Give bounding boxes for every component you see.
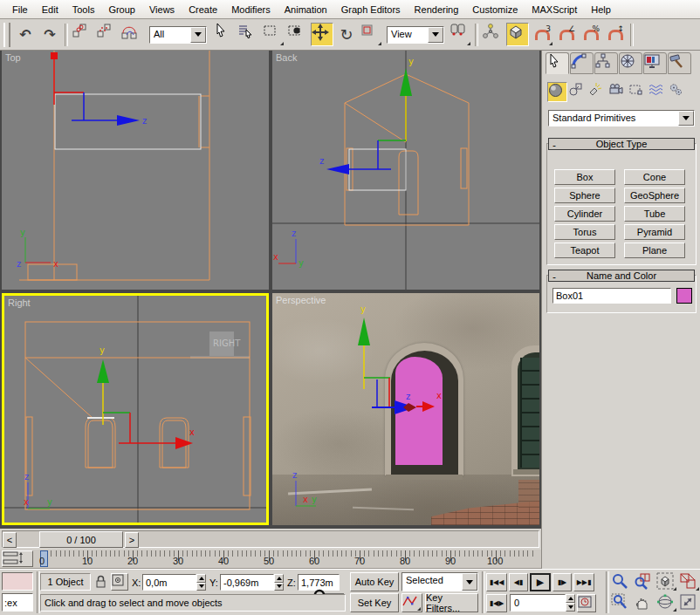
set-key-button[interactable]: Set Key: [350, 593, 399, 612]
key-mode-toggle-icon[interactable]: ▮◀▶: [486, 594, 507, 612]
zoom-all-icon[interactable]: [634, 572, 655, 591]
select-and-link-icon[interactable]: [72, 23, 94, 46]
select-and-rotate-icon[interactable]: ↻: [335, 23, 358, 46]
category-cameras-icon[interactable]: [608, 82, 628, 102]
primitive-category-arrow[interactable]: [678, 111, 694, 126]
zoom-extents-all-icon[interactable]: [679, 572, 700, 591]
menu-item-create[interactable]: Create: [182, 2, 224, 17]
menu-item-help[interactable]: Help: [584, 2, 618, 17]
object-type-button-pyramid[interactable]: Pyramid: [624, 224, 685, 240]
object-type-button-cylinder[interactable]: Cylinder: [554, 206, 615, 222]
category-helpers-icon[interactable]: [628, 82, 649, 102]
current-frame-field[interactable]: 0: [510, 594, 566, 612]
tab-hierarchy[interactable]: [594, 52, 618, 74]
next-frame-icon[interactable]: ▮▶: [552, 573, 572, 591]
maxscript-listener-pink-line[interactable]: [2, 572, 33, 591]
auto-key-button[interactable]: Auto Key: [350, 572, 399, 591]
category-lights-icon[interactable]: [588, 82, 608, 102]
undo-icon[interactable]: ↶: [14, 23, 37, 46]
tab-utilities[interactable]: [668, 52, 691, 74]
region-zoom-icon[interactable]: [611, 593, 632, 612]
select-by-name-icon[interactable]: [237, 23, 260, 46]
percent-snap-toggle-icon[interactable]: %: [580, 23, 602, 46]
key-filter-mode-arrow[interactable]: [462, 573, 477, 591]
redo-icon[interactable]: ↷: [38, 23, 61, 46]
object-color-swatch[interactable]: [676, 288, 692, 304]
window-crossing-toggle-icon[interactable]: [286, 23, 309, 46]
spinner-snap-toggle-icon[interactable]: ↕: [604, 23, 627, 46]
viewport-back[interactable]: Back y z z x y: [272, 51, 539, 290]
previous-frame-icon[interactable]: ◀▮: [509, 573, 528, 591]
x-coord-field[interactable]: 0,0m: [142, 574, 196, 591]
menu-item-animation[interactable]: Animation: [278, 2, 334, 17]
reference-coordinate-system-dropdown[interactable]: View: [387, 26, 444, 44]
absolute-offset-mode-icon[interactable]: [111, 573, 128, 591]
track-bar[interactable]: 0 10 20 30 40 50 60 70 80 90 100: [0, 550, 541, 569]
object-type-button-plane[interactable]: Plane: [624, 243, 685, 258]
go-to-start-icon[interactable]: ▮◀◀: [486, 573, 507, 591]
tab-create[interactable]: [546, 52, 569, 74]
category-systems-icon[interactable]: [669, 82, 689, 102]
pan-view-icon[interactable]: [634, 593, 655, 612]
menu-item-tools[interactable]: Tools: [65, 2, 102, 17]
object-name-field[interactable]: Box01: [552, 288, 671, 304]
object-type-button-box[interactable]: Box: [554, 169, 615, 185]
menu-item-graph-editors[interactable]: Graph Editors: [334, 2, 408, 17]
menu-item-modifiers[interactable]: Modifiers: [224, 2, 278, 17]
object-type-button-geosphere[interactable]: GeoSphere: [624, 188, 685, 203]
object-type-button-torus[interactable]: Torus: [554, 224, 615, 240]
menu-item-rendering[interactable]: Rendering: [408, 2, 466, 17]
time-slider-prev-button[interactable]: <: [3, 532, 17, 548]
min-max-toggle-icon[interactable]: [679, 593, 700, 612]
default-in-out-tangents-icon[interactable]: [401, 593, 422, 612]
select-and-manipulate-icon[interactable]: [482, 23, 504, 46]
tab-display[interactable]: [643, 52, 667, 74]
select-and-scale-icon[interactable]: [360, 23, 382, 46]
current-frame-spinner[interactable]: [566, 594, 575, 612]
time-slider-handle[interactable]: 0 / 100: [39, 531, 123, 548]
select-and-move-icon[interactable]: [311, 23, 333, 46]
object-type-button-cone[interactable]: Cone: [624, 169, 685, 185]
y-coord-spinner[interactable]: [274, 574, 284, 591]
selection-filter-dropdown[interactable]: All: [149, 26, 207, 44]
menu-item-customize[interactable]: Customize: [465, 2, 525, 17]
rectangular-selection-region-icon[interactable]: [262, 23, 285, 46]
category-shapes-icon[interactable]: [568, 82, 588, 102]
toolbar-drag-handle[interactable]: [3, 23, 10, 47]
tab-modify[interactable]: [570, 52, 594, 74]
snaps-toggle-3d-icon[interactable]: 3: [531, 23, 553, 46]
open-mini-curve-editor-button[interactable]: [2, 550, 33, 567]
category-geometry-icon[interactable]: [547, 82, 567, 102]
selection-filter-arrow[interactable]: [190, 27, 206, 43]
key-filter-mode-dropdown[interactable]: Selected: [401, 572, 478, 591]
maxscript-mini-listener[interactable]: :ex: [2, 593, 33, 612]
tab-motion[interactable]: [619, 52, 642, 74]
menu-item-views[interactable]: Views: [142, 2, 182, 17]
select-object-icon[interactable]: [213, 23, 236, 46]
object-type-button-sphere[interactable]: Sphere: [554, 188, 615, 203]
viewport-perspective[interactable]: Perspective y z x z x y: [272, 293, 539, 525]
primitive-category-dropdown[interactable]: Standard Primitives: [548, 110, 695, 126]
x-coord-spinner[interactable]: [196, 574, 206, 591]
go-to-end-icon[interactable]: ▶▶▮: [573, 573, 594, 591]
time-slider-next-button[interactable]: >: [125, 532, 139, 548]
angle-snap-toggle-icon[interactable]: ∠: [555, 23, 578, 46]
snaps-toggle-icon[interactable]: [506, 23, 529, 46]
zoom-extents-icon[interactable]: [656, 572, 677, 591]
y-coord-field[interactable]: -0,969m: [220, 574, 274, 591]
object-type-button-tube[interactable]: Tube: [624, 206, 685, 222]
category-space-warps-icon[interactable]: [649, 82, 669, 102]
arc-rotate-icon[interactable]: [656, 593, 677, 612]
name-color-rollout-header[interactable]: - Name and Color: [548, 270, 695, 282]
object-type-rollout-header[interactable]: - Object Type: [548, 138, 695, 150]
bind-to-space-warp-icon[interactable]: [120, 23, 143, 46]
time-configuration-icon[interactable]: [577, 594, 596, 612]
zoom-icon[interactable]: [611, 572, 632, 591]
key-filters-button[interactable]: Key Filters...: [425, 593, 478, 612]
play-animation-icon[interactable]: ▶: [530, 573, 551, 591]
viewport-top[interactable]: Top z y z x: [2, 51, 269, 290]
object-type-button-teapot[interactable]: Teapot: [554, 243, 615, 258]
use-pivot-point-center-icon[interactable]: [449, 23, 471, 46]
menu-item-file[interactable]: File: [5, 2, 35, 17]
unlink-selection-icon[interactable]: [96, 23, 119, 46]
